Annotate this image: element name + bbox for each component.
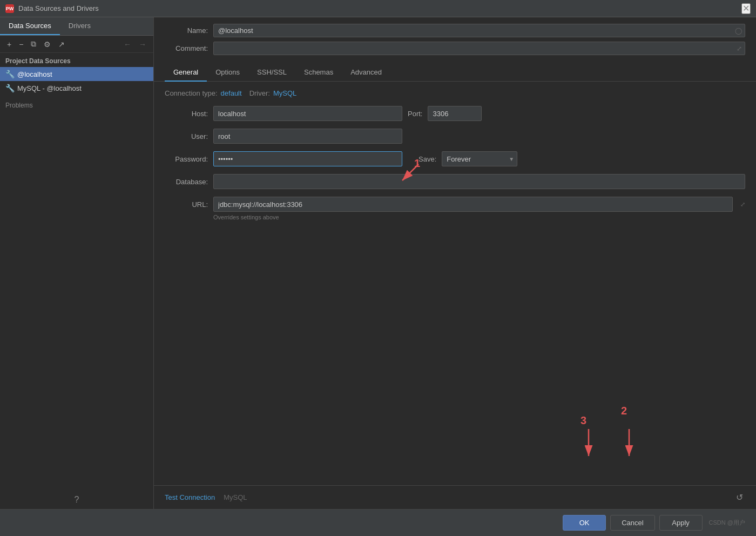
tab-schemas[interactable]: Schemas bbox=[295, 64, 342, 82]
user-label: User: bbox=[165, 132, 208, 140]
add-button[interactable]: + bbox=[4, 38, 14, 50]
connection-type-link[interactable]: default bbox=[221, 89, 242, 97]
port-input[interactable] bbox=[428, 106, 482, 121]
problems-section: Problems bbox=[0, 95, 153, 112]
project-data-sources-label: Project Data Sources bbox=[0, 53, 153, 67]
tab-advanced[interactable]: Advanced bbox=[342, 64, 390, 82]
remove-button[interactable]: − bbox=[16, 38, 26, 50]
tab-options[interactable]: Options bbox=[207, 64, 248, 82]
driver-link[interactable]: MySQL bbox=[273, 89, 296, 97]
form-header: Name: ◯ Comment: ⤢ bbox=[154, 17, 756, 59]
title-bar: PW Data Sources and Drivers ✕ bbox=[0, 0, 756, 17]
ok-button[interactable]: OK bbox=[563, 515, 606, 531]
copy-button[interactable]: ⧉ bbox=[28, 38, 39, 50]
password-row: Password: Save: Forever Until restart Ne… bbox=[165, 151, 745, 166]
tab-general[interactable]: General bbox=[165, 64, 207, 82]
database-input[interactable] bbox=[213, 174, 745, 189]
datasource-item-localhost[interactable]: 🔧 @localhost bbox=[0, 67, 153, 81]
left-bottom: ? bbox=[0, 112, 153, 509]
url-label: URL: bbox=[165, 200, 208, 209]
action-buttons: OK Cancel Apply CSDN @用户 bbox=[0, 509, 756, 536]
name-input-icon: ◯ bbox=[735, 27, 742, 35]
save-label: Save: bbox=[418, 155, 436, 163]
close-button[interactable]: ✕ bbox=[741, 3, 751, 14]
watermark-text: CSDN @用户 bbox=[709, 519, 745, 527]
url-row: URL: ⤢ Overrides settings above bbox=[165, 197, 745, 220]
database-label: Database: bbox=[165, 178, 208, 186]
datasource-icon-mysql-localhost: 🔧 bbox=[5, 84, 14, 92]
back-button[interactable]: ← bbox=[121, 38, 134, 50]
left-toolbar: + − ⧉ ⚙ ↗ ← → bbox=[0, 36, 153, 53]
window-title: Data Sources and Drivers bbox=[18, 4, 99, 12]
apply-button[interactable]: Apply bbox=[659, 515, 703, 531]
settings-button[interactable]: ⚙ bbox=[41, 38, 53, 50]
test-connection-button[interactable]: Test Connection bbox=[165, 493, 215, 501]
comment-expand-icon: ⤢ bbox=[737, 45, 742, 52]
user-row: User: bbox=[165, 129, 745, 144]
help-button[interactable]: ? bbox=[4, 495, 149, 505]
url-expand-icon[interactable]: ⤢ bbox=[740, 201, 745, 208]
connection-type-prefix: Connection type: bbox=[165, 89, 218, 97]
name-label: Name: bbox=[165, 26, 208, 35]
connection-type-row: Connection type: default Driver: MySQL bbox=[165, 89, 745, 97]
name-input[interactable] bbox=[213, 24, 745, 37]
save-select[interactable]: Forever Until restart Never bbox=[442, 151, 517, 166]
user-input[interactable] bbox=[213, 129, 402, 144]
left-tabs: Data Sources Drivers bbox=[0, 17, 153, 36]
forward-button[interactable]: → bbox=[136, 38, 149, 50]
tabs-bar: General Options SSH/SSL Schemas Advanced bbox=[154, 64, 756, 82]
datasource-label-localhost: @localhost bbox=[17, 70, 52, 78]
password-input[interactable] bbox=[213, 151, 402, 166]
comment-label: Comment: bbox=[165, 44, 208, 52]
app-icon: PW bbox=[5, 4, 14, 13]
datasource-label-mysql-localhost: MySQL - @localhost bbox=[17, 84, 82, 92]
host-input[interactable] bbox=[213, 106, 402, 121]
content-area: Connection type: default Driver: MySQL H… bbox=[154, 82, 756, 485]
host-label: Host: bbox=[165, 110, 208, 118]
left-panel: Data Sources Drivers + − ⧉ ⚙ ↗ ← → Proje… bbox=[0, 17, 154, 509]
comment-input-wrap: ⤢ bbox=[213, 42, 745, 55]
name-input-wrap: ◯ bbox=[213, 24, 745, 37]
driver-bottom-label: MySQL bbox=[224, 493, 247, 501]
bottom-bar: Test Connection MySQL ↺ bbox=[154, 485, 756, 509]
datasource-item-mysql-localhost[interactable]: 🔧 MySQL - @localhost bbox=[0, 81, 153, 95]
tab-drivers[interactable]: Drivers bbox=[60, 17, 99, 35]
url-hint: Overrides settings above bbox=[213, 214, 745, 220]
comment-input[interactable] bbox=[213, 42, 745, 55]
password-label: Password: bbox=[165, 155, 208, 163]
right-panel: Name: ◯ Comment: ⤢ General Opti bbox=[154, 17, 756, 509]
datasource-icon-localhost: 🔧 bbox=[5, 70, 14, 78]
database-row: Database: bbox=[165, 174, 745, 189]
driver-prefix: Driver: bbox=[249, 89, 270, 97]
comment-row: Comment: ⤢ bbox=[165, 42, 745, 55]
import-button[interactable]: ↗ bbox=[56, 38, 68, 50]
cancel-button[interactable]: Cancel bbox=[610, 515, 654, 531]
port-label: Port: bbox=[408, 110, 422, 118]
url-input[interactable] bbox=[213, 197, 733, 212]
name-row: Name: ◯ bbox=[165, 24, 745, 37]
tab-data-sources[interactable]: Data Sources bbox=[0, 17, 60, 35]
save-select-wrap: Forever Until restart Never ▼ bbox=[442, 151, 517, 166]
reset-button[interactable]: ↺ bbox=[734, 490, 745, 505]
tab-ssh-ssl[interactable]: SSH/SSL bbox=[248, 64, 295, 82]
host-port-row: Host: Port: bbox=[165, 106, 745, 121]
